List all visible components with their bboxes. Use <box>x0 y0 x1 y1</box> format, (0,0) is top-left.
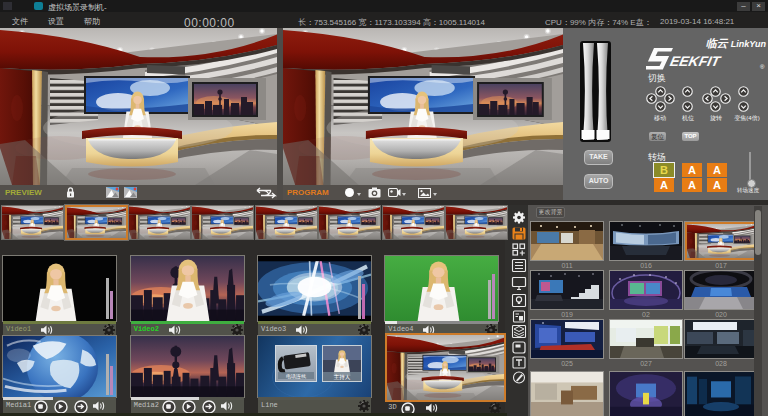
svg-text:主持人: 主持人 <box>334 374 351 381</box>
svg-text:®: ® <box>760 64 765 70</box>
svg-text:电话连线: 电话连线 <box>286 373 306 379</box>
svg-text:EEKFIT: EEKFIT <box>669 53 723 69</box>
